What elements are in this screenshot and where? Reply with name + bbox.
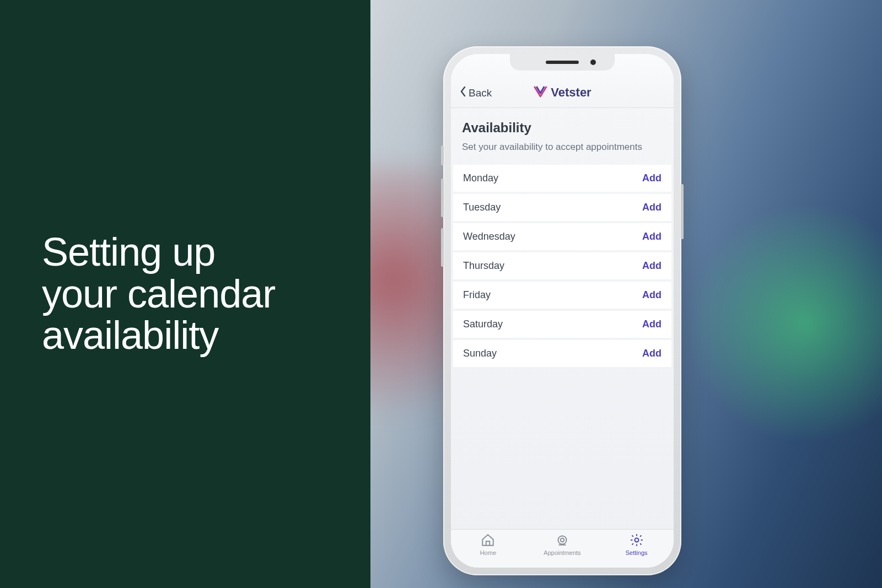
add-button[interactable]: Add — [642, 289, 662, 301]
brand-logo: Vetster — [533, 85, 591, 100]
phone-notch — [510, 54, 615, 71]
tab-settings[interactable]: Settings — [600, 533, 673, 556]
promo-headline: Setting up your calendar availability — [42, 231, 275, 357]
phone-side-button — [441, 228, 444, 267]
gear-icon — [630, 533, 644, 548]
camera-icon — [555, 533, 569, 548]
phone-speaker — [546, 61, 579, 64]
phone-side-button — [441, 145, 444, 165]
tab-label: Appointments — [544, 549, 580, 556]
add-button[interactable]: Add — [642, 202, 662, 213]
day-row-wednesday[interactable]: Wednesday Add — [453, 223, 671, 250]
headline-line-1: Setting up — [42, 230, 215, 274]
back-button[interactable]: Back — [460, 86, 492, 100]
tab-home[interactable]: Home — [451, 533, 525, 556]
page-subtitle: Set your availability to accept appointm… — [462, 141, 663, 154]
add-button[interactable]: Add — [642, 231, 662, 242]
add-button[interactable]: Add — [642, 260, 662, 272]
add-button[interactable]: Add — [642, 172, 662, 184]
day-row-thursday[interactable]: Thursday Add — [453, 252, 671, 279]
day-row-friday[interactable]: Friday Add — [453, 282, 671, 309]
tab-appointments[interactable]: Appointments — [525, 533, 599, 556]
chevron-left-icon — [460, 86, 466, 100]
device-showcase-panel: Back Vetster — [370, 0, 882, 588]
day-row-saturday[interactable]: Saturday Add — [453, 311, 671, 338]
tab-bar: Home Appointments Settings — [451, 529, 674, 568]
tab-label: Home — [480, 549, 496, 556]
brand-mark-icon — [533, 85, 547, 100]
headline-line-2: your calendar — [42, 272, 275, 316]
availability-header: Availability Set your availability to ac… — [451, 108, 674, 165]
app-screen: Back Vetster — [451, 54, 674, 568]
home-icon — [481, 533, 495, 548]
svg-point-2 — [634, 538, 638, 542]
day-row-sunday[interactable]: Sunday Add — [453, 340, 671, 367]
day-label: Thursday — [463, 260, 504, 272]
day-label: Friday — [463, 289, 491, 301]
phone-frame: Back Vetster — [443, 46, 681, 575]
add-button[interactable]: Add — [642, 319, 662, 330]
svg-point-1 — [561, 538, 564, 542]
svg-point-0 — [558, 536, 566, 544]
phone-side-button — [681, 184, 684, 239]
day-label: Tuesday — [463, 202, 501, 213]
phone-camera — [590, 60, 596, 65]
day-label: Saturday — [463, 319, 503, 330]
promo-panel: Setting up your calendar availability — [0, 0, 370, 588]
tab-label: Settings — [626, 549, 648, 556]
headline-line-3: availability — [42, 313, 218, 357]
brand-name: Vetster — [551, 85, 591, 100]
phone-side-button — [441, 179, 444, 217]
day-row-tuesday[interactable]: Tuesday Add — [453, 194, 671, 221]
day-label: Monday — [463, 172, 498, 184]
phone-screen-wrap: Back Vetster — [451, 54, 674, 568]
page-title: Availability — [462, 120, 663, 136]
availability-day-list: Monday Add Tuesday Add Wednesday Add T — [451, 165, 674, 367]
day-label: Wednesday — [463, 231, 515, 242]
add-button[interactable]: Add — [642, 348, 662, 359]
day-label: Sunday — [463, 348, 497, 359]
day-row-monday[interactable]: Monday Add — [453, 165, 671, 192]
back-label: Back — [469, 87, 492, 99]
